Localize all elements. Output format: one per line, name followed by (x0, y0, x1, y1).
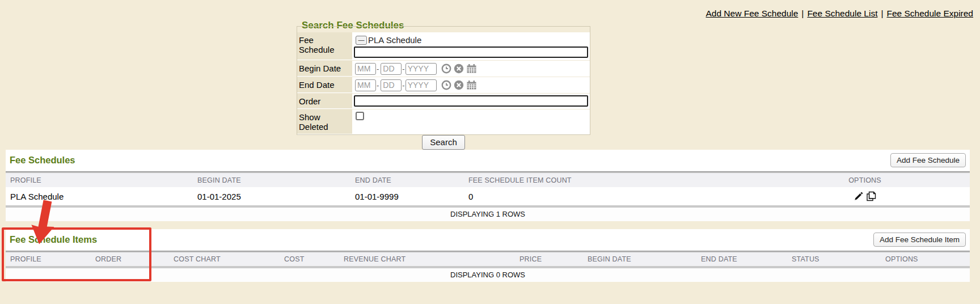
fee-schedule-label: Fee Schedule (297, 32, 352, 60)
copy-icon[interactable] (866, 191, 876, 201)
selected-fee-schedule-chip: — PLA Schedule (354, 33, 588, 46)
show-deleted-label: Show Deleted (297, 109, 352, 134)
col-header-revenue-chart: REVENUE CHART (344, 255, 519, 263)
cell-profile: PLA Schedule (10, 192, 197, 201)
date-dash: - (377, 81, 379, 90)
end-date-field-row: End Date - - (297, 77, 590, 94)
col-header-end-date: END DATE (701, 255, 792, 263)
nav-separator: | (881, 9, 883, 18)
col-header-profile: PROFILE (10, 176, 197, 184)
add-fee-schedule-button[interactable]: Add Fee Schedule (890, 153, 966, 167)
show-deleted-checkbox[interactable] (356, 112, 364, 120)
col-header-item-count: FEE SCHEDULE ITEM COUNT (468, 176, 760, 184)
begin-date-month-input[interactable] (355, 63, 376, 75)
fee-schedule-items-title: Fee Schedule Items (10, 234, 97, 245)
fee-schedules-header-row: PROFILE BEGIN DATE END DATE FEE SCHEDULE… (6, 173, 970, 187)
search-button[interactable]: Search (422, 135, 465, 150)
end-date-month-input[interactable] (355, 79, 376, 91)
add-fee-schedule-item-button[interactable]: Add Fee Schedule Item (873, 233, 966, 247)
cell-item-count: 0 (468, 192, 760, 201)
remove-selected-fee-schedule-button[interactable]: — (356, 36, 367, 45)
order-field-row: Order (297, 94, 590, 109)
col-header-end-date: END DATE (355, 176, 468, 184)
begin-date-clear-icon[interactable] (454, 64, 464, 74)
cell-begin-date: 01-01-2025 (197, 192, 355, 201)
end-date-day-input[interactable] (381, 79, 402, 91)
begin-date-label: Begin Date (297, 61, 352, 77)
begin-date-calendar-icon[interactable] (466, 64, 477, 74)
date-dash: - (402, 65, 404, 73)
nav-separator: | (801, 9, 804, 18)
fee-schedule-items-header-row: PROFILE ORDER COST CHART COST REVENUE CH… (6, 252, 970, 266)
col-header-status: STATUS (792, 255, 885, 263)
order-label: Order (297, 94, 352, 109)
end-date-label: End Date (297, 77, 352, 93)
col-header-begin-date: BEGIN DATE (197, 176, 355, 184)
fee-schedules-panel: Fee Schedules Add Fee Schedule PROFILE B… (6, 150, 970, 221)
nav-link-fee-schedule-expired[interactable]: Fee Schedule Expired (886, 9, 973, 18)
nav-link-add-new-fee-schedule[interactable]: Add New Fee Schedule (706, 9, 798, 18)
col-header-cost: COST (284, 255, 344, 263)
fee-schedule-items-panel: Fee Schedule Items Add Fee Schedule Item… (6, 229, 970, 282)
date-dash: - (377, 65, 379, 73)
end-date-clear-icon[interactable] (454, 80, 464, 90)
begin-date-time-picker-icon[interactable] (441, 64, 451, 74)
fee-schedule-items-row-count: DISPLAYING 0 ROWS (6, 268, 970, 282)
search-fee-schedules-form: Fee Schedule — PLA Schedule Begin Date -… (297, 26, 590, 135)
fee-schedule-field-row: Fee Schedule — PLA Schedule (297, 32, 590, 61)
edit-icon[interactable] (854, 192, 863, 201)
end-date-year-input[interactable] (405, 79, 437, 91)
col-header-options: OPTIONS (885, 255, 970, 263)
date-dash: - (402, 81, 404, 90)
col-header-order: ORDER (95, 255, 174, 263)
order-input[interactable] (354, 95, 588, 107)
show-deleted-field-row: Show Deleted (297, 109, 590, 134)
fee-schedules-title: Fee Schedules (10, 155, 75, 166)
col-header-cost-chart: COST CHART (174, 255, 284, 263)
end-date-time-picker-icon[interactable] (441, 80, 451, 90)
begin-date-year-input[interactable] (405, 63, 437, 75)
col-header-price: PRICE (519, 255, 588, 263)
end-date-calendar-icon[interactable] (466, 80, 477, 90)
begin-date-field-row: Begin Date - - (297, 61, 590, 77)
top-nav: Add New Fee Schedule|Fee Schedule List|F… (706, 9, 973, 19)
fee-schedules-row-count: DISPLAYING 1 ROWS (6, 208, 970, 221)
col-header-options: OPTIONS (760, 176, 970, 184)
col-header-profile: PROFILE (10, 255, 95, 263)
selected-fee-schedule-name: PLA Schedule (368, 35, 421, 45)
nav-link-fee-schedule-list[interactable]: Fee Schedule List (807, 9, 877, 18)
cell-end-date: 01-01-9999 (355, 192, 468, 201)
fee-schedule-table-row: PLA Schedule 01-01-2025 01-01-9999 0 (6, 187, 970, 205)
begin-date-day-input[interactable] (381, 63, 402, 75)
col-header-begin-date: BEGIN DATE (588, 255, 701, 263)
fee-schedule-search-input[interactable] (354, 47, 588, 58)
